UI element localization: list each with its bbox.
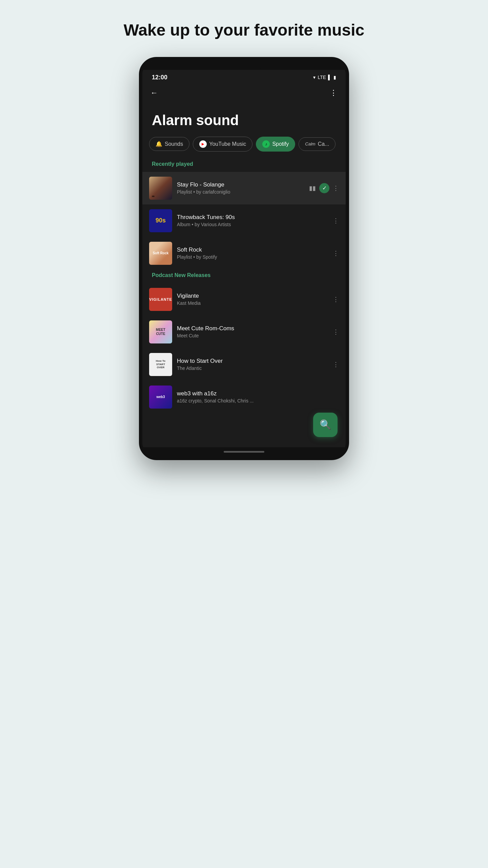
signal-icon: ▌: [328, 75, 331, 80]
item-subtitle-meet-cute: Meet Cute: [177, 333, 328, 338]
phone-screen: 12:00 ▾ LTE ▌ ▮ ← ⋮ Alarm sound 🔔 Sounds…: [142, 70, 346, 447]
calm-icon: Calm: [305, 141, 315, 146]
tab-youtube-label: YouTube Music: [209, 141, 246, 147]
phone-notch: [224, 62, 264, 68]
youtube-icon: ▶: [199, 140, 207, 148]
item-info-stay-flo: Stay Flo - Solange Playlist • by carlafc…: [177, 181, 304, 195]
screen-title: Alarm sound: [142, 102, 346, 137]
item-subtitle-web3: a16z crypto, Sonal Chokshi, Chris ...: [177, 398, 334, 403]
list-item-stay-flo[interactable]: Stay Flo - Solange Playlist • by carlafc…: [142, 172, 346, 204]
item-subtitle-throwback: Album • by Various Artists: [177, 222, 328, 227]
item-info-web3: web3 with a16z a16z crypto, Sonal Choksh…: [177, 390, 334, 403]
network-label: LTE: [318, 75, 326, 80]
back-button[interactable]: ←: [150, 88, 158, 97]
item-actions-meet-cute: ⋮: [333, 328, 339, 336]
podcast-heading: Podcast New Releases: [142, 270, 346, 283]
item-title-stay-flo: Stay Flo - Solange: [177, 181, 304, 188]
list-item-soft-rock[interactable]: Soft Rock Soft Rock Playlist • by Spotif…: [142, 237, 346, 270]
wifi-icon: ▾: [313, 75, 316, 80]
album-art-stay-flo: [149, 177, 172, 200]
item-subtitle-vigilante: Kast Media: [177, 300, 328, 306]
item-title-soft-rock: Soft Rock: [177, 246, 328, 253]
list-item-throwback[interactable]: 90s Throwback Tunes: 90s Album • by Vari…: [142, 204, 346, 237]
tab-youtube[interactable]: ▶ YouTube Music: [193, 137, 252, 152]
tab-spotify[interactable]: ♪ Spotify: [256, 137, 295, 152]
check-icon: ✓: [319, 183, 329, 193]
item-title-vigilante: Vigilante: [177, 293, 328, 299]
album-art-start-over: How ToSTARTOVER: [149, 353, 172, 376]
item-title-start-over: How to Start Over: [177, 358, 328, 364]
phone-bottom: [142, 447, 346, 457]
tab-calm[interactable]: Calm Ca...: [299, 137, 336, 151]
tab-spotify-label: Spotify: [272, 141, 289, 147]
album-art-vigilante: VIGILANTE: [149, 288, 172, 311]
album-art-web3: web3: [149, 386, 172, 409]
more-icon-meet-cute[interactable]: ⋮: [333, 328, 339, 336]
item-info-vigilante: Vigilante Kast Media: [177, 293, 328, 306]
album-art-throwback: 90s: [149, 209, 172, 232]
item-title-throwback: Throwback Tunes: 90s: [177, 214, 328, 221]
item-actions-vigilante: ⋮: [333, 296, 339, 303]
item-subtitle-soft-rock: Playlist • by Spotify: [177, 254, 328, 260]
more-icon-vigilante[interactable]: ⋮: [333, 296, 339, 303]
more-icon-stay-flo[interactable]: ⋮: [333, 184, 339, 192]
app-bar: ← ⋮: [142, 84, 346, 102]
list-item-vigilante[interactable]: VIGILANTE Vigilante Kast Media ⋮: [142, 283, 346, 316]
list-item-meet-cute[interactable]: MEETCUTE Meet Cute Rom-Coms Meet Cute ⋮: [142, 316, 346, 348]
page-headline: Wake up to your favorite music: [124, 20, 364, 40]
tab-sounds-label: Sounds: [165, 141, 183, 147]
item-actions-start-over: ⋮: [333, 361, 339, 368]
battery-icon: ▮: [333, 75, 336, 80]
item-actions-throwback: ⋮: [333, 217, 339, 224]
list-item-web3[interactable]: web3 web3 with a16z a16z crypto, Sonal C…: [142, 381, 346, 413]
item-info-throwback: Throwback Tunes: 90s Album • by Various …: [177, 214, 328, 227]
item-info-meet-cute: Meet Cute Rom-Coms Meet Cute: [177, 325, 328, 338]
tab-bar: 🔔 Sounds ▶ YouTube Music ♪ Spotify Calm …: [142, 137, 346, 158]
search-fab-icon: 🔍: [320, 419, 331, 430]
home-indicator: [224, 451, 264, 453]
status-bar: 12:00 ▾ LTE ▌ ▮: [142, 70, 346, 84]
item-title-web3: web3 with a16z: [177, 390, 334, 397]
item-info-start-over: How to Start Over The Atlantic: [177, 358, 328, 371]
list-item-start-over[interactable]: How ToSTARTOVER How to Start Over The At…: [142, 348, 346, 381]
item-actions-soft-rock: ⋮: [333, 250, 339, 257]
phone-top-bar: [142, 60, 346, 70]
side-button: [347, 128, 349, 155]
more-icon-soft-rock[interactable]: ⋮: [333, 250, 339, 257]
item-subtitle-start-over: The Atlantic: [177, 366, 328, 371]
phone-frame: 12:00 ▾ LTE ▌ ▮ ← ⋮ Alarm sound 🔔 Sounds…: [139, 57, 349, 460]
status-time: 12:00: [152, 74, 167, 81]
tab-calm-label: Ca...: [318, 141, 329, 147]
item-actions-stay-flo: ▮▮ ✓ ⋮: [309, 183, 339, 193]
item-title-meet-cute: Meet Cute Rom-Coms: [177, 325, 328, 332]
spotify-icon: ♪: [262, 140, 270, 148]
bell-icon: 🔔: [156, 141, 162, 147]
item-info-soft-rock: Soft Rock Playlist • by Spotify: [177, 246, 328, 260]
bars-icon[interactable]: ▮▮: [309, 184, 316, 192]
search-fab[interactable]: 🔍: [313, 413, 338, 437]
album-art-meet-cute: MEETCUTE: [149, 320, 172, 343]
recently-played-heading: Recently played: [142, 158, 346, 172]
item-subtitle-stay-flo: Playlist • by carlafconiglio: [177, 189, 304, 195]
album-art-soft-rock: Soft Rock: [149, 242, 172, 265]
status-icons: ▾ LTE ▌ ▮: [313, 75, 336, 80]
more-icon-throwback[interactable]: ⋮: [333, 217, 339, 224]
more-icon-start-over[interactable]: ⋮: [333, 361, 339, 368]
more-button[interactable]: ⋮: [330, 88, 338, 97]
tab-sounds[interactable]: 🔔 Sounds: [149, 137, 189, 151]
